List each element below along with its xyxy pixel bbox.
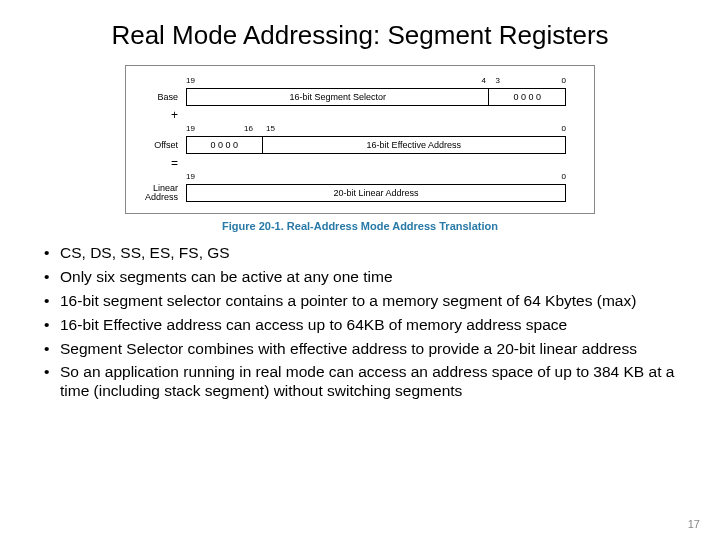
base-selector: 16-bit Segment Selector <box>187 89 489 105</box>
plus-sign: + <box>138 108 186 122</box>
page-number: 17 <box>688 518 700 530</box>
bit-label: 3 <box>496 76 500 85</box>
equals-sign: = <box>138 156 186 170</box>
bit-label: 19 <box>186 172 195 181</box>
slide-title: Real Mode Addressing: Segment Registers <box>40 20 680 51</box>
bit-label: 16 <box>244 124 253 133</box>
bit-label: 0 <box>562 172 566 181</box>
figure-box: 19 4 3 0 Base 16-bit Segment Selector 0 … <box>125 65 595 214</box>
bit-label: 0 <box>562 76 566 85</box>
bit-label: 15 <box>266 124 275 133</box>
base-zeros: 0 0 0 0 <box>489 89 565 105</box>
list-item: 16-bit segment selector contains a point… <box>40 292 680 311</box>
figure-caption: Figure 20-1. Real-Address Mode Address T… <box>40 220 680 232</box>
list-item: Only six segments can be active at any o… <box>40 268 680 287</box>
bit-label: 0 <box>562 124 566 133</box>
list-item: CS, DS, SS, ES, FS, GS <box>40 244 680 263</box>
bit-label: 4 <box>482 76 486 85</box>
base-label: Base <box>138 92 186 102</box>
linear-label: Linear Address <box>138 184 186 203</box>
list-item: Segment Selector combines with effective… <box>40 340 680 359</box>
offset-zeros: 0 0 0 0 <box>187 137 263 153</box>
list-item: 16-bit Effective address can access up t… <box>40 316 680 335</box>
offset-ea: 16-bit Effective Address <box>263 137 565 153</box>
list-item: So an application running in real mode c… <box>40 363 680 401</box>
linear-address: 20-bit Linear Address <box>187 185 565 201</box>
offset-label: Offset <box>138 140 186 150</box>
bullet-list: CS, DS, SS, ES, FS, GS Only six segments… <box>40 244 680 401</box>
bit-label: 19 <box>186 124 195 133</box>
bit-label: 19 <box>186 76 195 85</box>
